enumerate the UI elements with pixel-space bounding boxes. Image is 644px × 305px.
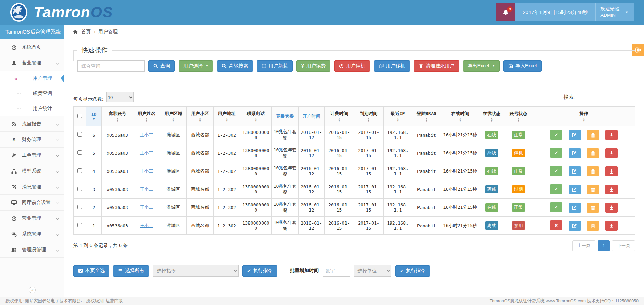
sidebar-item[interactable]: 营业管理 bbox=[0, 55, 64, 71]
admin-menu-button[interactable]: 欢迎光临, ADMIN ▼ bbox=[595, 3, 634, 21]
column-header[interactable]: ID ▲▼ ▼ bbox=[86, 107, 102, 126]
edit-user-button[interactable] bbox=[569, 166, 581, 176]
user-name-link[interactable]: 王小二 bbox=[140, 223, 153, 228]
quick-op-button[interactable]: 导入Excel ▼ bbox=[503, 60, 542, 72]
column-header[interactable]: 最近IP ▲▼ ▼ bbox=[384, 107, 412, 126]
quick-op-button[interactable]: 查询 ▼ bbox=[148, 60, 175, 72]
quick-op-button[interactable]: 用户新装 ▼ bbox=[257, 60, 293, 72]
column-header[interactable]: 用户区域 ▲▼ ▼ bbox=[160, 107, 187, 126]
column-header[interactable]: 用户小区 ▲▼ ▼ bbox=[187, 107, 214, 126]
table-search-input[interactable] bbox=[578, 92, 635, 102]
per-page-select[interactable]: 10 bbox=[106, 92, 134, 102]
column-header[interactable]: 用户地址 ▲▼ ▼ bbox=[214, 107, 240, 126]
delete-user-button[interactable] bbox=[587, 166, 599, 176]
row-checkbox[interactable] bbox=[77, 168, 82, 173]
column-header[interactable]: 账号状态 ▲▼ ▼ bbox=[504, 107, 533, 126]
edit-user-button[interactable] bbox=[569, 148, 581, 158]
cell-plan: 10兆包年套餐 bbox=[272, 217, 299, 235]
quick-op-button[interactable]: 高级搜索 ▼ bbox=[217, 60, 253, 72]
column-header[interactable]: 开户时间 ▲▼ ▼ bbox=[299, 107, 325, 126]
toggle-user-button[interactable]: ✔ bbox=[550, 184, 562, 194]
column-header[interactable]: 联系电话 ▲▼ ▼ bbox=[240, 107, 272, 126]
select-page-button[interactable]: 本页全选 bbox=[73, 265, 109, 277]
download-user-button[interactable] bbox=[605, 148, 618, 158]
row-checkbox[interactable] bbox=[77, 150, 82, 155]
sidebar-item[interactable]: 网厅前台设置 bbox=[0, 195, 64, 211]
sidebar-item[interactable]: 工单管理 bbox=[0, 148, 64, 163]
select-all-button[interactable]: 选择所有 bbox=[113, 265, 149, 277]
delete-user-button[interactable] bbox=[587, 203, 599, 213]
user-name-link[interactable]: 王小二 bbox=[140, 168, 153, 174]
pagination-prev-button[interactable]: 上一页 bbox=[572, 240, 595, 251]
toggle-user-button[interactable]: ✔ bbox=[550, 202, 562, 212]
user-name-link[interactable]: 王小二 bbox=[140, 205, 153, 210]
download-user-button[interactable] bbox=[605, 221, 618, 231]
notifications-button[interactable]: 8 bbox=[496, 3, 515, 21]
column-header[interactable]: 宽带账号 ▲▼ ▼ bbox=[102, 107, 133, 126]
sidebar-item[interactable]: 模型系统 bbox=[0, 163, 64, 179]
row-checkbox[interactable] bbox=[77, 187, 82, 191]
sidebar-item-label: 系统首页 bbox=[22, 44, 41, 50]
toggle-user-button[interactable]: ✔ bbox=[550, 166, 562, 176]
delete-user-button[interactable] bbox=[587, 130, 599, 140]
sidebar-item[interactable]: 系统首页 bbox=[0, 39, 64, 55]
edit-user-button[interactable] bbox=[569, 185, 581, 194]
toggle-user-button[interactable]: ✔ bbox=[550, 148, 562, 158]
quick-op-button[interactable]: 用户停机 ▼ bbox=[334, 60, 370, 72]
sidebar-item[interactable]: 续费查询 bbox=[0, 86, 64, 101]
pagination-next-button[interactable]: 下一页 bbox=[612, 240, 635, 251]
execute-batch-time-button[interactable]: ✔ 执行指令 bbox=[395, 265, 430, 277]
sidebar-item[interactable]: 用户统计 bbox=[0, 101, 64, 116]
quick-op-button[interactable]: 导出Excel ▼ bbox=[463, 60, 500, 72]
edit-user-button[interactable] bbox=[569, 203, 581, 213]
column-header-label: 在线时间 bbox=[442, 111, 478, 117]
sidebar-item[interactable]: 管理员管理 bbox=[0, 242, 64, 258]
quick-op-button[interactable]: 用户移机 ▼ bbox=[374, 60, 410, 72]
user-name-link[interactable]: 王小二 bbox=[140, 132, 153, 137]
column-header[interactable]: 用户姓名 ▲▼ ▼ bbox=[133, 107, 160, 126]
column-header[interactable]: 到期时间 ▲▼ ▼ bbox=[354, 107, 384, 126]
delete-user-button[interactable] bbox=[587, 221, 599, 231]
edit-user-button[interactable] bbox=[569, 221, 581, 231]
sidebar-item[interactable]: 消息管理 bbox=[0, 179, 64, 195]
sidebar-item[interactable]: 流量报告 bbox=[0, 116, 64, 132]
download-user-button[interactable] bbox=[605, 166, 618, 176]
sidebar-collapse-button[interactable]: « bbox=[29, 287, 36, 293]
quick-op-button[interactable]: 清理挂死用户 ▼ bbox=[414, 60, 459, 72]
column-header[interactable]: 操作 ▲▼ ▼ bbox=[533, 107, 635, 126]
delete-user-button[interactable] bbox=[587, 148, 599, 158]
toggle-user-button[interactable]: ✖ bbox=[550, 220, 562, 230]
download-user-button[interactable] bbox=[605, 185, 618, 194]
column-header[interactable]: 在线状态 ▲▼ ▼ bbox=[479, 107, 504, 126]
user-name-link[interactable]: 王小二 bbox=[140, 187, 153, 192]
pagination-page-1-button[interactable]: 1 bbox=[598, 240, 610, 251]
execute-command-button[interactable]: ✔ 执行指令 bbox=[242, 265, 277, 277]
select-all-checkbox[interactable] bbox=[77, 114, 82, 118]
column-header[interactable]: 宽带套餐 ▲▼ ▼ bbox=[272, 107, 299, 126]
command-select[interactable]: 选择指令 bbox=[153, 265, 239, 277]
sidebar-item[interactable]: 系统管理 bbox=[0, 226, 64, 242]
quick-op-button[interactable]: 用户选择 ▼ bbox=[179, 60, 213, 72]
download-user-button[interactable] bbox=[605, 203, 618, 213]
row-checkbox[interactable] bbox=[77, 132, 82, 137]
column-header[interactable]: 登陆BRAS ▲▼ ▼ bbox=[412, 107, 441, 126]
unit-select[interactable]: 选择单位 bbox=[354, 265, 391, 277]
row-checkbox[interactable] bbox=[77, 205, 82, 209]
column-header[interactable]: 计费时间 ▲▼ ▼ bbox=[325, 107, 354, 126]
combined-search-input[interactable] bbox=[77, 60, 145, 72]
sidebar-item[interactable]: 用户管理 bbox=[0, 71, 64, 86]
download-user-button[interactable] bbox=[605, 130, 618, 140]
sidebar-item[interactable]: 营业管理 bbox=[0, 211, 64, 226]
toggle-user-button[interactable]: ✔ bbox=[550, 130, 562, 140]
sidebar-item-label: 模型系统 bbox=[22, 168, 41, 174]
edit-user-button[interactable] bbox=[569, 130, 581, 140]
column-header[interactable]: 在线时间 ▲▼ ▼ bbox=[441, 107, 479, 126]
quick-op-button[interactable]: ¥ 用户续费 ▼ bbox=[296, 60, 330, 72]
sidebar-item[interactable]: $ 财务管理 bbox=[0, 132, 64, 148]
breadcrumb-home[interactable]: 首页 bbox=[81, 29, 91, 35]
row-checkbox[interactable] bbox=[77, 223, 82, 227]
delete-user-button[interactable] bbox=[587, 185, 599, 194]
user-name-link[interactable]: 王小二 bbox=[140, 150, 153, 155]
batch-number-input[interactable] bbox=[323, 265, 350, 277]
trash-icon bbox=[591, 205, 595, 210]
